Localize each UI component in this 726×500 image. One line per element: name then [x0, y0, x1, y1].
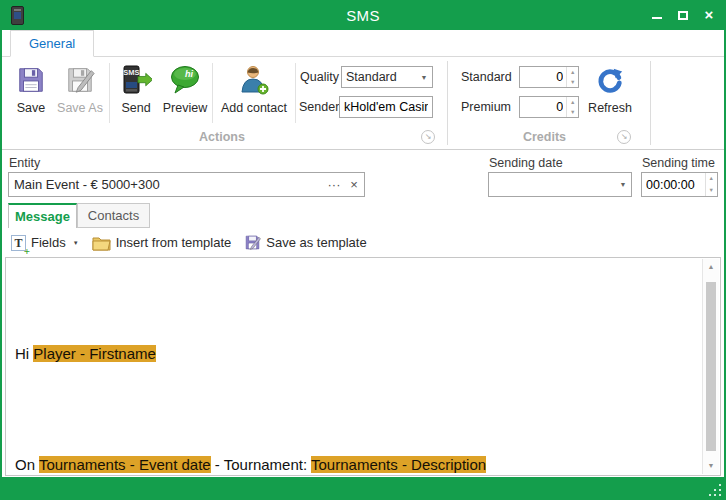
- insert-from-template-label: Insert from template: [116, 235, 232, 250]
- spin-down-icon[interactable]: ▼: [567, 77, 578, 87]
- save-button[interactable]: Save: [8, 60, 54, 124]
- spin-down-icon[interactable]: ▼: [706, 185, 717, 197]
- send-button[interactable]: SMS Send: [113, 60, 159, 124]
- credits-premium-spinner[interactable]: ▲▼: [519, 96, 579, 118]
- spin-down-icon[interactable]: ▼: [567, 107, 578, 117]
- ribbon-tab-row: General: [2, 30, 724, 57]
- tab-message[interactable]: Message: [8, 203, 77, 228]
- folder-icon: [92, 235, 111, 251]
- svg-text:hi: hi: [185, 69, 193, 79]
- toolbar-separator: [295, 63, 296, 123]
- quality-select[interactable]: Standard ▼: [341, 66, 433, 88]
- scroll-down-icon[interactable]: ▼: [703, 458, 719, 474]
- scrollbar-thumb[interactable]: [706, 282, 716, 451]
- entity-clear-button[interactable]: ×: [344, 177, 364, 192]
- message-editor[interactable]: Hi Player - Firstname On Tournaments - E…: [5, 257, 721, 476]
- save-as-template-label: Save as template: [266, 235, 366, 250]
- sender-field[interactable]: [339, 96, 433, 118]
- sender-input[interactable]: [340, 97, 432, 117]
- sending-date-select[interactable]: ▼: [488, 172, 632, 197]
- minimize-icon: [652, 17, 662, 19]
- fields-label: Fields: [31, 235, 66, 250]
- plus-icon: +: [24, 246, 30, 256]
- fields-text-icon: T+: [11, 235, 26, 251]
- preview-bubble-icon: hi: [168, 63, 202, 97]
- merge-field-event-date[interactable]: Tournaments - Event date: [39, 456, 211, 473]
- status-bar: [0, 477, 726, 500]
- add-contact-person-icon: [237, 63, 271, 97]
- save-as-floppy-pencil-icon: [63, 63, 97, 97]
- insert-from-template-button[interactable]: Insert from template: [89, 233, 235, 253]
- entity-label: Entity: [9, 156, 40, 170]
- group-caption-actions: Actions: [2, 126, 442, 148]
- spin-up-icon[interactable]: ▲: [567, 97, 578, 107]
- quality-label: Quality: [300, 70, 339, 84]
- group-separator: [650, 61, 651, 145]
- spin-up-icon[interactable]: ▲: [567, 67, 578, 77]
- preview-button[interactable]: hi Preview: [160, 60, 210, 124]
- message-text[interactable]: Hi Player - Firstname On Tournaments - E…: [15, 261, 698, 500]
- entity-value: Main Event - € 5000+300: [9, 177, 324, 192]
- add-contact-label: Add contact: [221, 101, 287, 115]
- sending-time-input[interactable]: [642, 173, 705, 196]
- window-title: SMS: [0, 7, 726, 24]
- save-as-label: Save As: [57, 101, 103, 115]
- sender-label: Sender: [299, 100, 339, 114]
- add-contact-button[interactable]: Add contact: [215, 60, 293, 124]
- group-caption-credits: Credits: [447, 126, 642, 148]
- ribbon: Save Save As SMS Send hi: [2, 57, 724, 150]
- save-as-button[interactable]: Save As: [54, 60, 106, 124]
- maximize-icon: [678, 11, 688, 20]
- chevron-down-icon: ▼: [416, 74, 432, 81]
- send-sms-icon: SMS: [119, 63, 153, 97]
- save-template-floppy-icon: [244, 234, 261, 251]
- scroll-up-icon[interactable]: ▲: [703, 259, 719, 275]
- close-button[interactable]: ×: [702, 8, 716, 22]
- credits-standard-label: Standard: [461, 70, 512, 84]
- svg-text:SMS: SMS: [123, 68, 139, 77]
- actions-dialog-launcher-icon[interactable]: ↘: [421, 130, 435, 144]
- close-icon: ×: [705, 8, 714, 22]
- credits-dialog-launcher-icon[interactable]: ↘: [617, 130, 631, 144]
- credits-standard-spinner[interactable]: ▲▼: [519, 66, 579, 88]
- tab-contacts[interactable]: Contacts: [77, 203, 150, 228]
- refresh-icon: [593, 63, 627, 97]
- toolbar-separator: [109, 63, 110, 123]
- spin-up-icon[interactable]: ▲: [706, 173, 717, 185]
- fields-button[interactable]: T+ Fields ▼: [8, 233, 82, 253]
- quality-value: Standard: [342, 70, 416, 84]
- credits-premium-input[interactable]: [520, 97, 566, 117]
- save-floppy-icon: [14, 63, 48, 97]
- minimize-button[interactable]: [650, 8, 664, 22]
- message-line: Hi Player - Firstname: [15, 335, 698, 372]
- ribbon-tab-general[interactable]: General: [10, 30, 94, 57]
- sending-date-label: Sending date: [489, 156, 563, 170]
- resize-grip[interactable]: [705, 481, 721, 496]
- maximize-button[interactable]: [676, 8, 690, 22]
- refresh-button[interactable]: Refresh: [585, 60, 635, 124]
- merge-field-player-firstname[interactable]: Player - Firstname: [33, 345, 156, 362]
- toolbar-separator: [212, 63, 213, 123]
- credits-premium-label: Premium: [461, 100, 511, 114]
- refresh-label: Refresh: [588, 101, 632, 115]
- save-as-template-button[interactable]: Save as template: [241, 232, 369, 253]
- message-toolbar: T+ Fields ▼ Insert from template Save as…: [5, 229, 721, 256]
- vertical-scrollbar[interactable]: ▲ ▼: [702, 259, 719, 474]
- entity-field[interactable]: Main Event - € 5000+300 ··· ×: [8, 172, 365, 197]
- preview-label: Preview: [163, 101, 207, 115]
- sending-time-spinner[interactable]: ▲▼: [641, 172, 718, 197]
- entity-browse-button[interactable]: ···: [324, 177, 344, 192]
- sending-time-label: Sending time: [642, 156, 715, 170]
- chevron-down-icon: ▼: [73, 240, 79, 246]
- save-label: Save: [17, 101, 46, 115]
- chevron-down-icon: ▼: [615, 181, 631, 188]
- merge-field-description[interactable]: Tournaments - Description: [311, 456, 486, 473]
- title-bar: SMS ×: [0, 0, 726, 30]
- credits-standard-input[interactable]: [520, 67, 566, 87]
- send-label: Send: [121, 101, 150, 115]
